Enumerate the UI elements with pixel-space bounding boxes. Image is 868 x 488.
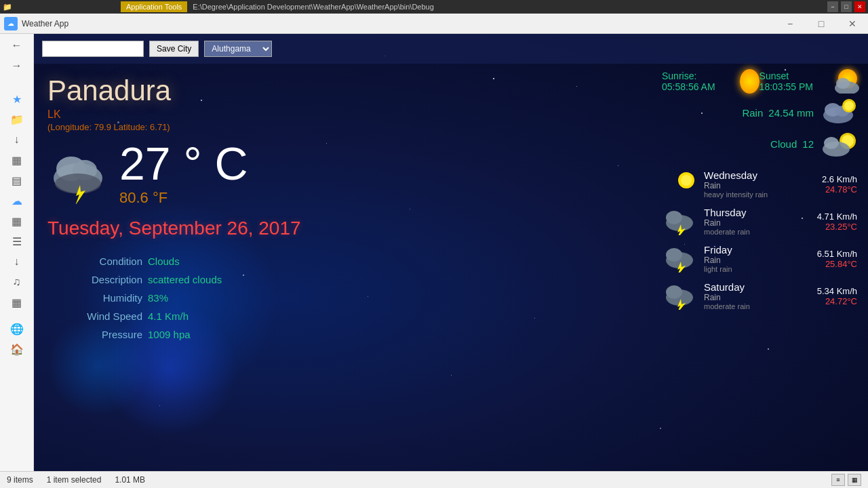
pressure-label: Pressure	[47, 329, 142, 340]
nav-table3-button[interactable]: ▦	[2, 211, 32, 230]
forecast-stats-wednesday: 2.6 Km/h 24.78°C	[822, 174, 857, 195]
nav-music-button[interactable]: ♫	[2, 272, 32, 291]
rain-cloud-svg	[819, 99, 857, 126]
app-minimize-button[interactable]: −	[774, 14, 806, 34]
weather-right-panel: Sunrise: 05:58:56 AM Sunset 18:03:55 PM	[651, 64, 868, 471]
path-label: E:\Degree\Application Development\Weathe…	[193, 3, 433, 11]
svg-point-23	[666, 248, 682, 262]
forecast-day-wednesday: Wednesday	[704, 169, 815, 181]
svg-point-15	[824, 137, 839, 149]
forecast-temp-saturday: 24.72°C	[817, 296, 857, 306]
outer-maximize-button[interactable]: □	[841, 1, 852, 12]
forecast-desc-friday: light rain	[704, 265, 810, 273]
forecast-temp-friday: 25.84°C	[817, 259, 857, 269]
forecast-info-wednesday: Wednesday Rain heavy intensity rain	[704, 169, 815, 199]
weather-toolbar: Save City Aluthgama	[34, 34, 868, 64]
forecast-desc-thursday: moderate rain	[704, 228, 810, 236]
forecast-list: Wednesday Rain heavy intensity rain 2.6 …	[662, 167, 857, 313]
nav-list-button[interactable]: ☰	[2, 232, 32, 251]
storm-cloud-svg	[47, 143, 108, 204]
status-view-controls: ≡ ▦	[831, 474, 861, 486]
coordinates: (Longitude: 79.9 Latitude: 6.71)	[47, 122, 637, 132]
nav-table2-button[interactable]: ▤	[2, 171, 32, 190]
rain-stat: Rain 24.54 mm	[662, 99, 857, 126]
forecast-desc-saturday: moderate rain	[704, 302, 810, 310]
forecast-condition-wednesday: Rain	[704, 181, 815, 190]
window-path-prefix: 📁	[3, 3, 12, 12]
cloud-value: 12	[802, 138, 814, 150]
city-search-input[interactable]	[42, 41, 144, 57]
forecast-day-saturday: Saturday	[704, 281, 810, 293]
nav-home-button[interactable]: 🏠	[2, 340, 32, 359]
application-tools-label: Application Tools	[121, 1, 187, 12]
nav-star-button[interactable]: ★	[2, 89, 32, 108]
app-title: Weather App	[22, 19, 774, 28]
status-bar: 9 items 1 item selected 1.01 MB ≡ ▦	[0, 471, 868, 488]
forecast-thunder-svg-sat	[662, 283, 697, 310]
cloud-label: Cloud	[770, 138, 797, 150]
forecast-stats-thursday: 4.71 Km/h 23.25°C	[817, 211, 857, 232]
app-maximize-button[interactable]: □	[806, 14, 837, 34]
sunset-item: Sunset 18:03:55 PM	[760, 69, 857, 94]
cloud-icon-container	[819, 130, 857, 157]
current-weather-icon	[47, 143, 108, 204]
forecast-saturday: Saturday Rain moderate rain 5.34 Km/h 24…	[662, 279, 857, 313]
condition-value: Clouds	[148, 256, 637, 267]
cloud-icon: ☁	[7, 20, 14, 27]
forecast-stats-saturday: 5.34 Km/h 24.72°C	[817, 286, 857, 306]
app-close-button[interactable]: ✕	[837, 14, 868, 34]
temp-fahrenheit: 80.6 °F	[119, 189, 248, 207]
nav-down2-button[interactable]: ↓	[2, 252, 32, 271]
city-name: Panadura	[47, 75, 637, 107]
nav-network-button[interactable]: 🌐	[2, 319, 32, 338]
forecast-condition-thursday: Rain	[704, 218, 810, 228]
rain-label: Rain	[742, 107, 763, 119]
view-grid-button[interactable]: ▦	[848, 474, 861, 486]
forecast-temp-thursday: 23.25°C	[817, 222, 857, 232]
explorer-nav: ← → ★ 📁 ↓ ▦ ▤ ☁ ▦ ☰ ↓ ♫ ▦ 🌐 🏠	[0, 34, 34, 471]
outer-close-button[interactable]: ✕	[854, 1, 865, 12]
file-size: 1.01 MB	[115, 475, 145, 485]
nav-back-button[interactable]: ←	[2, 36, 32, 55]
selected-count: 1 item selected	[47, 475, 102, 485]
rain-value: 24.54 mm	[768, 107, 814, 119]
cloud-stat: Cloud 12	[662, 130, 857, 157]
forecast-icon-thursday	[662, 208, 697, 235]
save-city-button[interactable]: Save City	[149, 41, 199, 57]
forecast-day-thursday: Thursday	[704, 207, 810, 218]
main-layout: ← → ★ 📁 ↓ ▦ ▤ ☁ ▦ ☰ ↓ ♫ ▦ 🌐 🏠	[0, 34, 868, 471]
nav-table-button[interactable]: ▦	[2, 150, 32, 169]
view-list-button[interactable]: ≡	[831, 474, 845, 486]
forecast-desc-wednesday: heavy intensity rain	[704, 190, 815, 199]
temp-values: 27 ° C 80.6 °F	[119, 140, 248, 207]
forecast-info-friday: Friday Rain light rain	[704, 244, 810, 273]
forecast-wind-thursday: 4.71 Km/h	[817, 211, 857, 222]
city-dropdown[interactable]: Aluthgama	[204, 41, 272, 57]
forecast-thunder-svg-fri	[662, 245, 697, 272]
forecast-icon-saturday	[662, 283, 697, 310]
forecast-wind-friday: 6.51 Km/h	[817, 249, 857, 259]
app-win-controls: − □ ✕	[774, 14, 868, 34]
sunset-text: Sunset 18:03:55 PM	[760, 70, 828, 92]
forecast-thunder-svg-thu	[662, 208, 697, 235]
nav-forward-button[interactable]: →	[2, 56, 32, 75]
cloud-sun-svg	[819, 130, 857, 157]
svg-point-11	[844, 101, 854, 110]
sunrise-text: Sunrise: 05:58:56 AM	[662, 70, 734, 92]
app-icon: ☁	[4, 17, 18, 30]
nav-download-button[interactable]: ↓	[2, 130, 32, 149]
forecast-day-friday: Friday	[704, 244, 810, 256]
current-date: Tuesday, September 26, 2017	[47, 218, 637, 239]
weather-main-content: Panadura LK (Longitude: 79.9 Latitude: 6…	[34, 64, 868, 471]
sunrise-item: Sunrise: 05:58:56 AM	[662, 69, 760, 94]
pressure-value: 1009 hpa	[148, 329, 637, 340]
outer-win-controls: − □ ✕	[827, 1, 868, 12]
outer-minimize-button[interactable]: −	[827, 1, 838, 12]
forecast-icon-friday	[662, 245, 697, 272]
rain-icon	[819, 99, 857, 126]
description-label: Description	[47, 274, 142, 285]
forecast-condition-saturday: Rain	[704, 293, 810, 302]
nav-table4-button[interactable]: ▦	[2, 293, 32, 312]
nav-cloud-button[interactable]: ☁	[2, 191, 32, 210]
nav-folder-button[interactable]: 📁	[2, 110, 32, 129]
